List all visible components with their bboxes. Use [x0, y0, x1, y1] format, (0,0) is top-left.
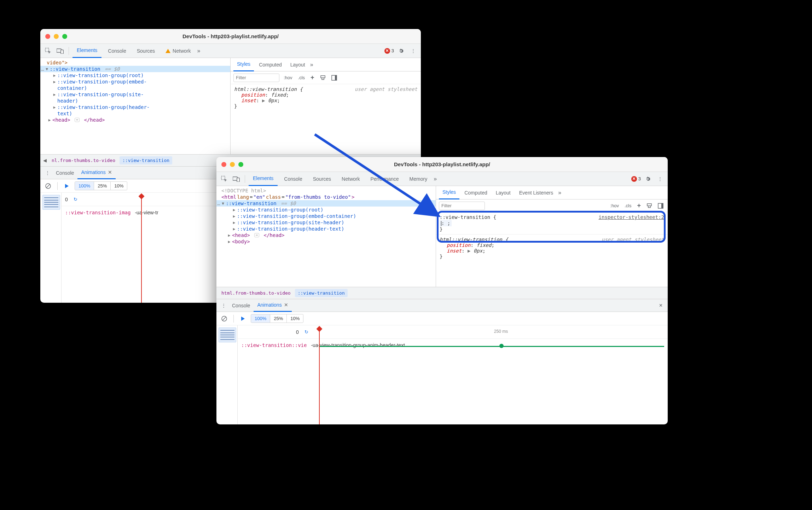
dom-line[interactable]: ▶::view-transition-group(site- [40, 91, 230, 98]
track-line[interactable] [320, 346, 664, 347]
dom-line[interactable]: ▶::view-transition-group(root) [216, 207, 436, 213]
crumb-item-active[interactable]: ::view-transition [120, 156, 172, 164]
error-count[interactable]: ✕ 3 [384, 48, 394, 54]
tab-network[interactable]: Network [161, 44, 195, 58]
zoom-icon[interactable] [238, 162, 243, 167]
kebab-icon[interactable]: ⋮ [408, 46, 418, 56]
styles-filter-input[interactable] [439, 202, 485, 210]
subtab-layout[interactable]: Layout [492, 186, 514, 199]
dom-line[interactable]: ▶::view-transition-group(site-header) [216, 219, 436, 226]
close-icon[interactable] [45, 34, 50, 39]
cls-button[interactable]: .cls [297, 74, 307, 81]
subtab-layout[interactable]: Layout [287, 58, 309, 71]
speed-10[interactable]: 10% [111, 182, 127, 190]
dom-line[interactable]: container) [40, 85, 230, 91]
track-keyframe[interactable] [499, 344, 504, 348]
minimize-icon[interactable] [54, 34, 59, 39]
css-rule-new[interactable]: ::view-transition {inspector-stylesheet:… [436, 212, 668, 234]
panel-toggle-icon[interactable] [330, 74, 338, 81]
crumb-item[interactable]: nl.from-thumbs.to-video [49, 156, 118, 164]
more-tabs-icon[interactable]: » [434, 176, 437, 182]
animation-thumb[interactable] [219, 328, 236, 342]
dom-line[interactable]: video"> [40, 59, 230, 66]
close-icon[interactable]: ✕ [108, 169, 112, 175]
more-subtabs-icon[interactable]: » [310, 62, 313, 68]
dom-line[interactable]: ▶<head> ⋯ </head> [40, 117, 230, 123]
more-tabs-icon[interactable]: » [197, 48, 200, 54]
css-edit-input[interactable]: : ; [441, 220, 450, 226]
crumb-prev-icon[interactable]: ◀ [42, 158, 47, 163]
tab-performance[interactable]: Performance [366, 172, 403, 186]
tab-console[interactable]: Console [280, 172, 306, 186]
playhead[interactable] [141, 195, 142, 303]
drawer-tab-console[interactable]: Console [228, 299, 254, 312]
animation-list[interactable] [216, 325, 238, 424]
replay-icon[interactable]: ↻ [74, 197, 77, 202]
device-toolbar-icon[interactable] [55, 46, 65, 56]
drawer-kebab-icon[interactable]: ⋮ [219, 301, 228, 311]
speed-100[interactable]: 100% [251, 314, 270, 323]
gear-icon[interactable] [643, 174, 653, 184]
subtab-computed[interactable]: Computed [461, 186, 491, 199]
brush-icon[interactable] [319, 74, 327, 81]
speed-segmented[interactable]: 100% 25% 10% [251, 314, 303, 323]
hov-button[interactable]: :hov [282, 74, 294, 81]
styles-filter-input[interactable] [233, 74, 279, 82]
dom-line[interactable]: ▶<body> [216, 238, 436, 245]
dom-line[interactable]: ▶::view-transition-group(header-text) [216, 226, 436, 232]
close-icon[interactable] [221, 162, 226, 167]
inspect-element-icon[interactable] [43, 46, 53, 56]
crumb-item-active[interactable]: ::view-transition [295, 289, 348, 297]
dom-line[interactable]: <html lang="en" class="from-thumbs to-vi… [216, 194, 436, 200]
animation-list[interactable] [40, 193, 62, 303]
dom-line[interactable]: header) [40, 98, 230, 104]
brush-icon[interactable] [645, 202, 654, 209]
minimize-icon[interactable] [230, 162, 235, 167]
drawer-tab-console[interactable]: Console [52, 167, 77, 179]
more-subtabs-icon[interactable]: » [558, 190, 561, 196]
tab-network[interactable]: Network [337, 172, 364, 186]
drawer-tab-animations[interactable]: Animations✕ [77, 167, 115, 179]
speed-10[interactable]: 10% [287, 314, 303, 323]
gear-icon[interactable] [396, 46, 406, 56]
tab-memory[interactable]: Memory [405, 172, 432, 186]
dom-tree[interactable]: video"> …▼::view-transition == $0 ▶::vie… [40, 58, 230, 154]
play-icon[interactable] [238, 314, 248, 324]
device-toolbar-icon[interactable] [231, 174, 241, 184]
tab-elements[interactable]: Elements [249, 172, 278, 186]
crumb-item[interactable]: html.from-thumbs.to-video [219, 289, 294, 297]
dom-tree[interactable]: <!DOCTYPE html> <html lang="en" class="f… [216, 186, 436, 287]
css-rule[interactable]: html::view-transition {user agent styles… [231, 84, 421, 111]
css-rule[interactable]: html::view-transition {user agent styles… [436, 234, 668, 261]
animation-thumb[interactable] [42, 195, 60, 210]
tab-sources[interactable]: Sources [133, 44, 159, 58]
speed-25[interactable]: 25% [270, 314, 287, 323]
tab-console[interactable]: Console [104, 44, 130, 58]
dom-line[interactable]: text) [40, 110, 230, 117]
dom-line[interactable]: ▶::view-transition-group(embed- [40, 79, 230, 85]
drawer-close-icon[interactable]: ✕ [656, 301, 666, 311]
inspect-element-icon[interactable] [219, 174, 229, 184]
error-count[interactable]: ✕ 3 [631, 176, 641, 182]
clear-icon[interactable] [43, 181, 53, 191]
animation-timeline[interactable]: 0 ↻ 250 ms ::view-transition::vie-ua-vie… [238, 325, 668, 424]
new-rule-icon[interactable]: + [636, 201, 642, 210]
dom-line-selected[interactable]: …▼::view-transition == $0 [216, 200, 436, 207]
kebab-icon[interactable]: ⋮ [655, 174, 665, 184]
cls-button[interactable]: .cls [623, 202, 633, 209]
speed-100[interactable]: 100% [75, 182, 94, 190]
hov-button[interactable]: :hov [609, 202, 620, 209]
dom-line-selected[interactable]: …▼::view-transition == $0 [40, 66, 230, 72]
dom-line[interactable]: ▶::view-transition-group(header- [40, 104, 230, 110]
subtab-styles[interactable]: Styles [439, 186, 459, 199]
dom-line[interactable]: ▶<head> ⋯ </head> [216, 232, 436, 238]
close-icon[interactable]: ✕ [284, 302, 288, 308]
drawer-kebab-icon[interactable]: ⋮ [42, 168, 52, 178]
dom-line[interactable]: ▶::view-transition-group(embed-container… [216, 213, 436, 219]
playhead[interactable] [319, 328, 320, 424]
clear-icon[interactable] [219, 314, 229, 324]
subtab-event-listeners[interactable]: Event Listeners [516, 186, 557, 199]
new-rule-icon[interactable]: + [309, 73, 316, 82]
tab-sources[interactable]: Sources [309, 172, 335, 186]
play-icon[interactable] [62, 181, 72, 191]
